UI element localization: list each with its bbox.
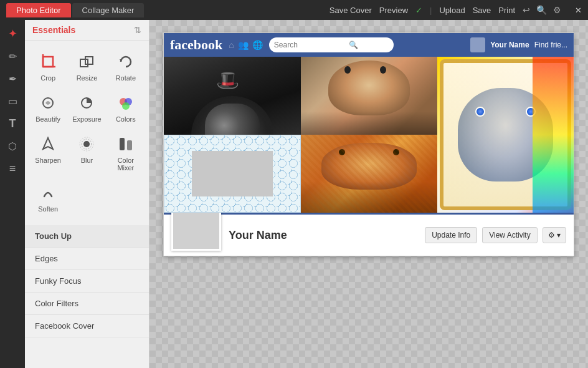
tool-color-mixer[interactable]: Color Mixer [108,129,144,175]
tool-blur[interactable]: Blur [69,129,105,175]
tool-grid: Crop Resize Rotate Beautif [25,41,149,223]
side-panel: Essentials ⇅ Crop Resize [25,20,149,368]
save-cover-button[interactable]: Save Cover [330,6,372,15]
svg-rect-3 [80,59,88,67]
fb-profile-left: Your Name [171,220,287,251]
fb-find-friends: Find frie... [534,41,567,49]
update-info-button[interactable]: Update Info [425,227,477,243]
blur-icon [75,133,98,155]
svg-rect-15 [120,138,125,150]
rotate-label: Rotate [116,74,136,82]
nav-funky-focus[interactable]: Funky Focus [25,270,149,293]
fb-profile-actions: Update Info View Activity ⚙ ▾ [425,227,566,243]
undo-icon[interactable]: ↩ [523,5,530,15]
exposure-icon [75,92,98,114]
cover-photo-2 [301,57,437,135]
nav-items: Touch Up Edges Funky Focus Color Filters… [25,225,149,337]
tool-rotate[interactable]: Rotate [108,47,144,85]
tool-object[interactable]: ⬡ [4,137,21,155]
side-panel-header: Essentials ⇅ [25,20,149,41]
resize-label: Resize [77,74,98,82]
preview-check-icon: ✓ [415,6,422,15]
cover-pattern-overlay [164,135,301,213]
sharpen-label: Sharpen [35,157,61,164]
gear-button[interactable]: ⚙ ▾ [543,227,566,243]
svg-point-10 [122,102,130,110]
colors-label: Colors [116,115,136,123]
tool-resize[interactable]: Resize [69,47,105,85]
nav-touch-up[interactable]: Touch Up [25,225,149,248]
beautify-icon [37,92,59,114]
fb-search[interactable]: 🔍 [269,37,394,52]
fb-icon-users: 👥 [238,40,249,50]
tab-collage-maker[interactable]: Collage Maker [72,3,145,17]
fb-icon-globe: 🌐 [252,40,263,50]
svg-rect-4 [85,57,93,64]
tool-text[interactable]: T [4,115,21,132]
svg-marker-11 [43,138,53,149]
divider: | [430,6,432,15]
tool-selection[interactable]: ✦ [4,25,21,42]
fb-username: Your Name [229,229,287,242]
beautify-label: Beautify [36,115,60,123]
gear-icon: ⚙ [548,231,555,240]
empty-photo-placeholder [192,151,273,197]
settings-icon[interactable]: ⚙ [553,5,561,15]
facebook-preview: facebook ⌂ 👥 🌐 🔍 Your Name Find frie... [163,32,574,256]
tool-layers[interactable]: ≡ [4,160,21,177]
view-activity-button[interactable]: View Activity [482,227,537,243]
tool-pen[interactable]: ✒ [4,70,21,87]
close-button[interactable]: ✕ [575,6,582,15]
title-bar-tabs: Photo Editor Collage Maker [6,3,144,17]
save-button[interactable]: Save [473,6,491,15]
upload-button[interactable]: Upload [439,6,465,15]
colors-icon [115,92,137,114]
fb-header-icons: ⌂ 👥 🌐 [229,40,262,50]
exposure-label: Exposure [72,115,101,123]
tab-photo-editor[interactable]: Photo Editor [6,3,71,17]
tool-sharpen[interactable]: Sharpen [30,129,66,175]
svg-rect-16 [127,140,132,150]
rotate-icon [115,51,137,73]
preview-button[interactable]: Preview [379,6,408,15]
tool-crop[interactable]: Crop [30,47,66,85]
nav-color-filters[interactable]: Color Filters [25,293,149,315]
tool-brush[interactable]: ✏ [4,47,21,65]
nav-edges[interactable]: Edges [25,248,149,270]
print-button[interactable]: Print [498,6,515,15]
blur-label: Blur [81,157,93,164]
dropdown-icon: ▾ [557,231,561,240]
fb-header-right: Your Name Find frie... [470,37,567,52]
essentials-label: Essentials [32,25,75,35]
canvas-area: facebook ⌂ 👥 🌐 🔍 Your Name Find frie... [149,20,588,368]
sharpen-icon [37,133,59,155]
tool-colors[interactable]: Colors [108,88,144,127]
fb-search-input[interactable] [274,41,349,49]
cover-photo-3 [437,57,574,213]
icon-toolbar: ✦ ✏ ✒ ▭ T ⬡ ≡ [0,20,25,368]
fb-cover: 🎩 [164,57,574,213]
crop-icon [37,51,59,73]
crop-label: Crop [40,74,55,82]
resize-icon [75,51,98,73]
color-mixer-label: Color Mixer [110,157,141,172]
fb-header-name: Your Name [490,41,529,49]
filter-icon[interactable]: ⇅ [134,25,141,35]
tool-beautify[interactable]: Beautify [30,88,66,127]
search-icon[interactable]: 🔍 [536,5,547,15]
fb-profile-area: Your Name Update Info View Activity ⚙ ▾ [164,213,574,256]
fb-search-icon: 🔍 [349,41,358,49]
tool-soften[interactable]: Soften [30,178,66,216]
fb-logo: facebook [170,37,222,53]
color-mixer-icon [115,133,137,155]
tool-exposure[interactable]: Exposure [69,88,105,127]
fb-header: facebook ⌂ 👥 🌐 🔍 Your Name Find frie... [164,33,574,57]
tool-shape[interactable]: ▭ [4,92,21,110]
title-bar-icons: ↩ 🔍 ⚙ [523,5,561,15]
nav-facebook-cover[interactable]: Facebook Cover [25,315,149,337]
svg-point-12 [83,141,90,147]
title-bar-actions: Save Cover Preview ✓ | Upload Save Print… [330,5,582,15]
fb-avatar [470,37,485,52]
main-layout: ✦ ✏ ✒ ▭ T ⬡ ≡ Essentials ⇅ Crop [0,20,588,368]
soften-icon [37,182,59,204]
